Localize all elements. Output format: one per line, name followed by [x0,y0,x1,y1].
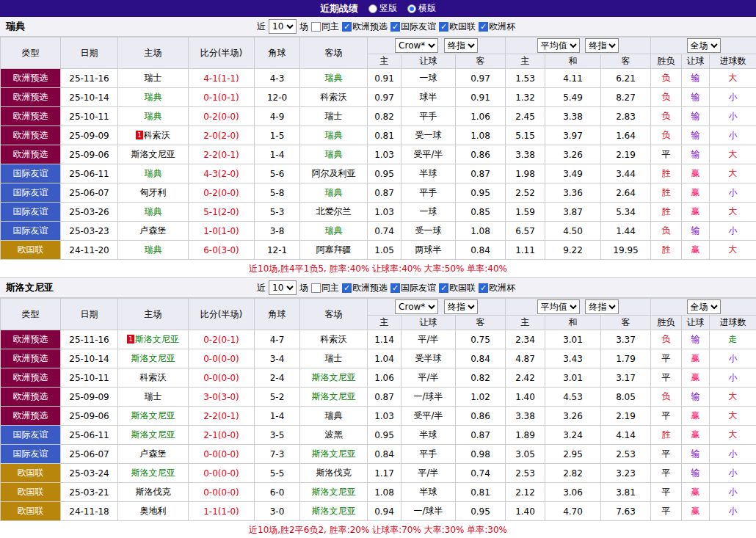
section-header-bar: 斯洛文尼亚 近 10 场 同主 欧洲预选 国际友谊 欧国联 [0,278,756,298]
sub-header-euro-away: 客 [601,54,651,69]
away-team-link[interactable]: 斯洛文尼亚 [300,368,368,388]
home-team-link[interactable]: 1科索沃 [118,126,189,145]
away-team-link[interactable]: 北爱尔兰 [300,203,368,222]
match-type-badge: 欧国联 [1,502,61,521]
away-team-link[interactable]: 科索沃 [300,330,368,349]
home-team-link[interactable]: 斯洛文尼亚 [118,407,189,426]
away-team-link[interactable]: 斯洛伐克 [300,464,368,483]
home-team-link[interactable]: 斯洛文尼亚 [118,426,189,445]
table-row: 国际友谊 25-06-11 瑞典 4-3(2-0) 5-6 阿尔及利亚 0.95… [1,164,756,183]
result-handicap: 赢 [682,502,710,521]
table-row: 欧国联 25-03-21 斯洛伐克 0-0(0-0) 6-0 斯洛文尼亚 1.0… [1,483,756,502]
asia-home-odds: 1.05 [368,241,401,260]
home-team-link[interactable]: 斯洛文尼亚 [118,145,189,164]
asia-away-odds: 0.98 [456,445,506,464]
home-team-link[interactable]: 瑞士 [118,69,189,88]
match-type-badge: 欧洲预选 [1,349,61,368]
result-winloss: 负 [651,69,682,88]
radio-vertical-layout[interactable]: 竖版 [368,2,397,15]
home-team-link[interactable]: 瑞典 [118,203,189,222]
full-match-select[interactable]: 全场 [687,299,721,314]
table-row: 欧洲预选 25-09-09 1科索沃 2-0(2-0) 1-5 瑞典 0.81 … [1,126,756,145]
competition-checkbox-nations-league[interactable]: 欧国联 [439,21,476,33]
away-team-link[interactable]: 瑞典 [300,222,368,241]
euro-home-odds: 2.52 [506,183,545,203]
home-team-link[interactable]: 科索沃 [118,368,189,388]
away-team-link[interactable]: 阿塞拜疆 [300,241,368,260]
home-team-link[interactable]: 匈牙利 [118,183,189,203]
home-team-link[interactable]: 卢森堡 [118,445,189,464]
asia-handicap: 半球 [401,483,456,502]
home-team-link[interactable]: 瑞典 [118,241,189,260]
competition-checkbox-euro-cup[interactable]: 欧洲杯 [479,21,515,33]
away-team-link[interactable]: 波黑 [300,426,368,445]
asia-bookmaker-select[interactable]: Crow* [395,38,438,53]
competition-checkbox-nations-league[interactable]: 欧国联 [439,282,476,294]
home-team-link[interactable]: 斯洛文尼亚 [118,464,189,483]
away-team-link[interactable]: 瑞典 [300,126,368,145]
euro-stage-select[interactable]: 终指 [585,38,619,53]
euro-bookmaker-select[interactable]: 平均值 [537,299,580,314]
asia-away-odds: 0.82 [456,368,506,388]
away-team-link[interactable]: 瑞士 [300,107,368,126]
home-team-link[interactable]: 奥地利 [118,502,189,521]
euro-draw-odds: 4.50 [545,222,601,241]
team-text: 瑞典 [325,149,343,159]
away-team-link[interactable]: 斯洛文尼亚 [300,388,368,407]
competition-checkbox-euro-cup[interactable]: 欧洲杯 [479,282,515,294]
competition-checkbox-friendly[interactable]: 国际友谊 [390,21,436,33]
result-winloss: 平 [651,349,682,368]
away-team-link[interactable]: 瑞典 [300,145,368,164]
same-home-label: 同主 [321,21,339,33]
asia-away-odds: 0.86 [456,407,506,426]
radio-horizontal-layout[interactable]: 横版 [407,2,436,15]
euro-home-odds: 1.89 [506,426,545,445]
match-date: 25-06-11 [61,426,118,445]
radio-vertical-label: 竖版 [379,2,397,15]
away-team-link[interactable]: 斯洛文尼亚 [300,502,368,521]
away-team-link[interactable]: 瑞士 [300,349,368,368]
sub-header-asia-home: 主 [368,54,401,69]
away-team-link[interactable]: 斯洛文尼亚 [300,445,368,464]
match-count-select[interactable]: 10 [269,280,297,295]
team-text: 瑞典 [145,111,162,121]
home-team-link[interactable]: 1斯洛文尼亚 [118,330,189,349]
asia-home-odds: 1.14 [368,330,401,349]
home-team-link[interactable]: 斯洛文尼亚 [118,349,189,368]
home-team-link[interactable]: 瑞典 [118,164,189,183]
asia-stage-select[interactable]: 终指 [444,38,478,53]
away-team-link[interactable]: 科索沃 [300,88,368,107]
away-team-link[interactable]: 瑞典 [300,69,368,88]
home-team-link[interactable]: 瑞士 [118,388,189,407]
home-team-link[interactable]: 瑞典 [118,107,189,126]
full-match-select[interactable]: 全场 [687,38,721,53]
asia-stage-select[interactable]: 终指 [444,299,478,314]
result-winloss: 胜 [651,183,682,203]
competition-checkbox-friendly[interactable]: 国际友谊 [390,282,436,294]
euro-draw-odds: 3.26 [545,145,601,164]
euro-home-odds: 2.12 [506,483,545,502]
same-home-checkbox[interactable]: 同主 [311,282,339,294]
home-team-link[interactable]: 斯洛伐克 [118,483,189,502]
home-team-link[interactable]: 瑞典 [118,88,189,107]
competition-checkbox-euro-qualifier[interactable]: 欧洲预选 [342,21,388,33]
away-team-link[interactable]: 瑞典 [300,407,368,426]
euro-bookmaker-select[interactable]: 平均值 [537,38,580,53]
col-header-corner: 角球 [255,37,300,69]
away-team-link[interactable]: 阿尔及利亚 [300,164,368,183]
competition-checkbox-euro-qualifier[interactable]: 欧洲预选 [342,282,388,294]
home-team-link[interactable]: 卢森堡 [118,222,189,241]
asia-away-odds: 1.08 [456,126,506,145]
asia-bookmaker-select[interactable]: Crow* [395,299,438,314]
asia-handicap: 半球 [401,164,456,183]
result-winloss: 负 [651,222,682,241]
euro-odds-group-header: 平均值 终指 [506,299,651,316]
euro-stage-select[interactable]: 终指 [585,299,619,314]
match-count-select[interactable]: 10 [269,19,297,34]
asia-away-odds: 1.08 [456,222,506,241]
away-team-link[interactable]: 斯洛文尼亚 [300,483,368,502]
result-winloss: 负 [651,388,682,407]
same-home-checkbox[interactable]: 同主 [311,21,339,33]
away-team-link[interactable]: 瑞典 [300,183,368,203]
result-goals: 小 [710,349,756,368]
